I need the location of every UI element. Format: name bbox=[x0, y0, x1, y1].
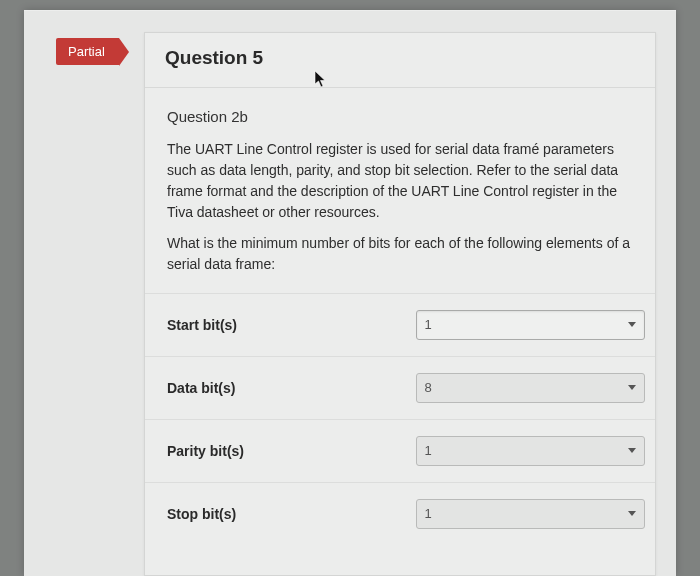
start-bits-control: 1 bbox=[416, 310, 645, 340]
data-bits-label: Data bit(s) bbox=[167, 380, 416, 396]
table-row: Start bit(s) 1 bbox=[145, 293, 655, 356]
stop-bits-label: Stop bit(s) bbox=[167, 506, 416, 522]
stop-bits-select[interactable]: 1 bbox=[416, 499, 645, 529]
quiz-page: Partial Question 5 Question 2b The UART … bbox=[24, 10, 676, 576]
table-row: Data bit(s) 8 bbox=[145, 356, 655, 419]
start-bits-label: Start bit(s) bbox=[167, 317, 416, 333]
answer-table: Start bit(s) 1 Data bit(s) 8 Parity bit(… bbox=[145, 293, 655, 545]
question-body: Question 2b The UART Line Control regist… bbox=[145, 88, 655, 275]
question-paragraph-1: The UART Line Control register is used f… bbox=[167, 139, 633, 223]
stop-bits-control: 1 bbox=[416, 499, 645, 529]
data-bits-control: 8 bbox=[416, 373, 645, 403]
parity-bits-select[interactable]: 1 bbox=[416, 436, 645, 466]
status-badge: Partial bbox=[56, 38, 119, 65]
parity-bits-control: 1 bbox=[416, 436, 645, 466]
table-row: Stop bit(s) 1 bbox=[145, 482, 655, 545]
start-bits-select[interactable]: 1 bbox=[416, 310, 645, 340]
question-card: Question 5 Question 2b The UART Line Con… bbox=[144, 32, 656, 576]
question-subtitle: Question 2b bbox=[167, 106, 633, 129]
question-header: Question 5 bbox=[145, 33, 655, 88]
question-paragraph-2: What is the minimum number of bits for e… bbox=[167, 233, 633, 275]
table-row: Parity bit(s) 1 bbox=[145, 419, 655, 482]
status-badge-label: Partial bbox=[68, 44, 105, 59]
parity-bits-label: Parity bit(s) bbox=[167, 443, 416, 459]
question-title: Question 5 bbox=[165, 47, 635, 69]
data-bits-select[interactable]: 8 bbox=[416, 373, 645, 403]
